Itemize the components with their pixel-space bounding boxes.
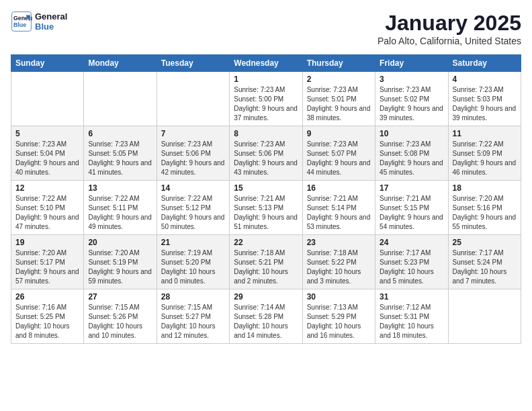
day-number: 21 — [161, 238, 225, 247]
weekday-header: Wednesday — [230, 55, 302, 72]
cell-details: Sunrise: 7:23 AM Sunset: 5:04 PM Dayligh… — [15, 140, 79, 177]
calendar-cell: 3Sunrise: 7:23 AM Sunset: 5:02 PM Daylig… — [375, 72, 448, 126]
calendar-cell: 24Sunrise: 7:17 AM Sunset: 5:23 PM Dayli… — [375, 235, 448, 289]
logo: General Blue General Blue — [11, 11, 67, 32]
calendar-cell: 28Sunrise: 7:15 AM Sunset: 5:27 PM Dayli… — [157, 289, 229, 344]
calendar-cell: 22Sunrise: 7:18 AM Sunset: 5:21 PM Dayli… — [230, 235, 302, 289]
calendar-cell: 15Sunrise: 7:21 AM Sunset: 5:13 PM Dayli… — [230, 181, 302, 235]
month-title: January 2025 — [378, 11, 521, 36]
cell-details: Sunrise: 7:20 AM Sunset: 5:16 PM Dayligh… — [453, 194, 517, 232]
calendar-cell: 4Sunrise: 7:23 AM Sunset: 5:03 PM Daylig… — [448, 72, 521, 126]
calendar-cell: 14Sunrise: 7:22 AM Sunset: 5:12 PM Dayli… — [157, 181, 229, 235]
calendar-cell — [84, 72, 157, 126]
weekday-header: Monday — [84, 55, 157, 72]
cell-details: Sunrise: 7:17 AM Sunset: 5:23 PM Dayligh… — [380, 248, 443, 286]
calendar-cell — [11, 72, 84, 126]
cell-details: Sunrise: 7:20 AM Sunset: 5:19 PM Dayligh… — [88, 248, 152, 286]
cell-details: Sunrise: 7:15 AM Sunset: 5:26 PM Dayligh… — [88, 303, 152, 340]
calendar-week-row: 1Sunrise: 7:23 AM Sunset: 5:00 PM Daylig… — [11, 72, 521, 126]
page-header: General Blue General Blue January 2025 P… — [11, 11, 521, 46]
logo-text-line1: General — [35, 11, 67, 21]
calendar-cell: 8Sunrise: 7:23 AM Sunset: 5:06 PM Daylig… — [230, 126, 302, 181]
cell-details: Sunrise: 7:22 AM Sunset: 5:11 PM Dayligh… — [88, 194, 152, 232]
calendar-cell: 1Sunrise: 7:23 AM Sunset: 5:00 PM Daylig… — [230, 72, 302, 126]
cell-details: Sunrise: 7:12 AM Sunset: 5:31 PM Dayligh… — [380, 303, 443, 340]
cell-details: Sunrise: 7:21 AM Sunset: 5:13 PM Dayligh… — [234, 194, 298, 232]
calendar-cell: 19Sunrise: 7:20 AM Sunset: 5:17 PM Dayli… — [11, 235, 84, 289]
cell-details: Sunrise: 7:23 AM Sunset: 5:08 PM Dayligh… — [380, 140, 443, 177]
cell-details: Sunrise: 7:18 AM Sunset: 5:21 PM Dayligh… — [234, 248, 298, 286]
day-number: 27 — [88, 292, 152, 302]
cell-details: Sunrise: 7:23 AM Sunset: 5:07 PM Dayligh… — [307, 140, 371, 177]
cell-details: Sunrise: 7:15 AM Sunset: 5:27 PM Dayligh… — [161, 303, 225, 340]
day-number: 15 — [234, 183, 298, 193]
day-number: 26 — [15, 292, 79, 302]
weekday-header: Friday — [375, 55, 448, 72]
cell-details: Sunrise: 7:21 AM Sunset: 5:14 PM Dayligh… — [307, 194, 371, 232]
calendar-week-row: 19Sunrise: 7:20 AM Sunset: 5:17 PM Dayli… — [11, 235, 521, 289]
weekday-header: Sunday — [11, 55, 84, 72]
calendar-cell: 2Sunrise: 7:23 AM Sunset: 5:01 PM Daylig… — [302, 72, 375, 126]
day-number: 5 — [15, 129, 79, 138]
day-number: 13 — [88, 183, 152, 193]
day-number: 7 — [161, 129, 225, 138]
calendar-cell: 17Sunrise: 7:21 AM Sunset: 5:15 PM Dayli… — [375, 181, 448, 235]
cell-details: Sunrise: 7:23 AM Sunset: 5:02 PM Dayligh… — [380, 85, 443, 123]
calendar-cell: 10Sunrise: 7:23 AM Sunset: 5:08 PM Dayli… — [375, 126, 448, 181]
day-number: 10 — [380, 129, 443, 138]
cell-details: Sunrise: 7:23 AM Sunset: 5:05 PM Dayligh… — [88, 140, 152, 177]
calendar-cell: 30Sunrise: 7:13 AM Sunset: 5:29 PM Dayli… — [302, 289, 375, 344]
day-number: 9 — [307, 129, 371, 138]
weekday-header: Saturday — [448, 55, 521, 72]
logo-icon: General Blue — [11, 11, 32, 32]
weekday-header-row: SundayMondayTuesdayWednesdayThursdayFrid… — [11, 55, 521, 72]
logo-text-line2: Blue — [35, 21, 67, 32]
calendar-cell — [157, 72, 229, 126]
day-number: 19 — [15, 238, 79, 247]
cell-details: Sunrise: 7:13 AM Sunset: 5:29 PM Dayligh… — [307, 303, 371, 340]
location: Palo Alto, California, United States — [378, 36, 521, 46]
cell-details: Sunrise: 7:22 AM Sunset: 5:10 PM Dayligh… — [15, 194, 79, 232]
calendar-cell: 23Sunrise: 7:18 AM Sunset: 5:22 PM Dayli… — [302, 235, 375, 289]
cell-details: Sunrise: 7:14 AM Sunset: 5:28 PM Dayligh… — [234, 303, 298, 340]
calendar-cell: 6Sunrise: 7:23 AM Sunset: 5:05 PM Daylig… — [84, 126, 157, 181]
weekday-header: Thursday — [302, 55, 375, 72]
calendar-week-row: 26Sunrise: 7:16 AM Sunset: 5:25 PM Dayli… — [11, 289, 521, 344]
calendar-cell: 9Sunrise: 7:23 AM Sunset: 5:07 PM Daylig… — [302, 126, 375, 181]
cell-details: Sunrise: 7:17 AM Sunset: 5:24 PM Dayligh… — [453, 248, 517, 286]
cell-details: Sunrise: 7:19 AM Sunset: 5:20 PM Dayligh… — [161, 248, 225, 286]
day-number: 31 — [380, 292, 443, 302]
cell-details: Sunrise: 7:23 AM Sunset: 5:06 PM Dayligh… — [234, 140, 298, 177]
weekday-header: Tuesday — [157, 55, 229, 72]
day-number: 14 — [161, 183, 225, 193]
cell-details: Sunrise: 7:22 AM Sunset: 5:09 PM Dayligh… — [453, 140, 517, 177]
cell-details: Sunrise: 7:20 AM Sunset: 5:17 PM Dayligh… — [15, 248, 79, 286]
cell-details: Sunrise: 7:23 AM Sunset: 5:03 PM Dayligh… — [453, 85, 517, 123]
calendar-cell: 25Sunrise: 7:17 AM Sunset: 5:24 PM Dayli… — [448, 235, 521, 289]
calendar-cell: 16Sunrise: 7:21 AM Sunset: 5:14 PM Dayli… — [302, 181, 375, 235]
day-number: 16 — [307, 183, 371, 193]
day-number: 23 — [307, 238, 371, 247]
cell-details: Sunrise: 7:16 AM Sunset: 5:25 PM Dayligh… — [15, 303, 79, 340]
calendar-cell: 12Sunrise: 7:22 AM Sunset: 5:10 PM Dayli… — [11, 181, 84, 235]
cell-details: Sunrise: 7:23 AM Sunset: 5:00 PM Dayligh… — [234, 85, 298, 123]
calendar-cell: 21Sunrise: 7:19 AM Sunset: 5:20 PM Dayli… — [157, 235, 229, 289]
day-number: 4 — [453, 75, 517, 84]
cell-details: Sunrise: 7:23 AM Sunset: 5:06 PM Dayligh… — [161, 140, 225, 177]
calendar-cell: 31Sunrise: 7:12 AM Sunset: 5:31 PM Dayli… — [375, 289, 448, 344]
calendar-cell: 13Sunrise: 7:22 AM Sunset: 5:11 PM Dayli… — [84, 181, 157, 235]
day-number: 2 — [307, 75, 371, 84]
calendar-cell — [448, 289, 521, 344]
calendar-cell: 11Sunrise: 7:22 AM Sunset: 5:09 PM Dayli… — [448, 126, 521, 181]
cell-details: Sunrise: 7:23 AM Sunset: 5:01 PM Dayligh… — [307, 85, 371, 123]
calendar-table: SundayMondayTuesdayWednesdayThursdayFrid… — [11, 54, 521, 344]
day-number: 8 — [234, 129, 298, 138]
day-number: 25 — [453, 238, 517, 247]
day-number: 28 — [161, 292, 225, 302]
svg-text:Blue: Blue — [13, 21, 26, 28]
day-number: 11 — [453, 129, 517, 138]
calendar-cell: 18Sunrise: 7:20 AM Sunset: 5:16 PM Dayli… — [448, 181, 521, 235]
day-number: 20 — [88, 238, 152, 247]
day-number: 24 — [380, 238, 443, 247]
calendar-week-row: 12Sunrise: 7:22 AM Sunset: 5:10 PM Dayli… — [11, 181, 521, 235]
